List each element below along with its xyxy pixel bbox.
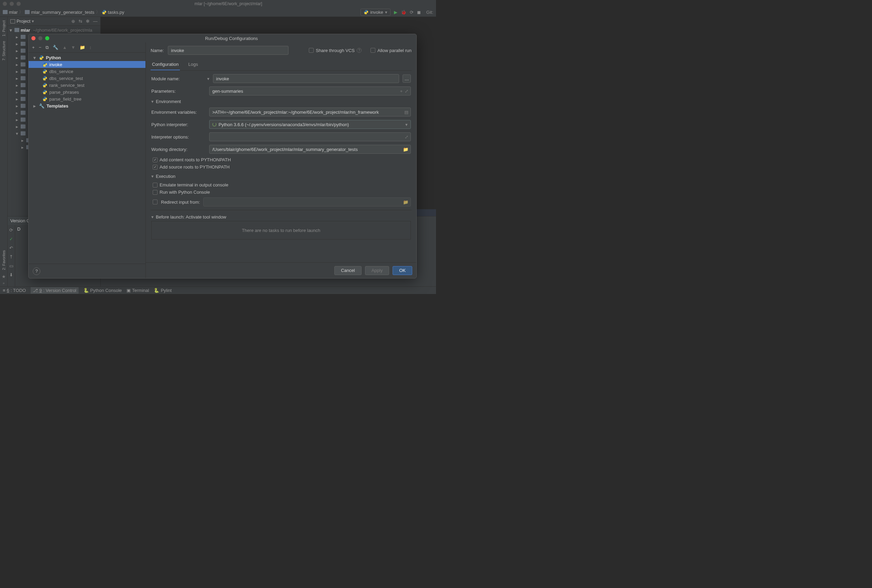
before-launch-label[interactable]: Before launch: Activate tool window — [156, 214, 226, 219]
browse-button[interactable]: … — [403, 75, 411, 83]
source-roots-checkbox[interactable] — [153, 165, 157, 170]
run-button[interactable]: ▶ — [394, 10, 397, 15]
pylint-tool[interactable]: 🐍 Pylint — [154, 288, 172, 293]
pyconsole-label: Run with Python Console — [160, 190, 210, 195]
up-button[interactable]: ▲ — [62, 45, 67, 50]
minimize-button — [38, 36, 42, 40]
name-input[interactable] — [168, 46, 289, 55]
tree-item[interactable]: rank_service_test — [28, 82, 145, 88]
sort-button[interactable]: ↕ — [89, 45, 92, 50]
config-toolbar: + − ⧉ 🔧 ▲ ▼ 📁 ↕ — [28, 42, 145, 53]
redirect-input[interactable]: 📁 — [203, 198, 411, 207]
copy-button[interactable]: ⧉ — [45, 45, 49, 50]
vc-gutter: ⟳ ✓ ↶ ⤒ ▭ ⬇ — [7, 225, 15, 286]
add-icon[interactable]: + — [400, 88, 403, 94]
expand-icon[interactable]: ⇆ — [79, 19, 82, 24]
dialog-traffic — [31, 36, 49, 40]
source-roots-label: Add source roots to PYTHONPATH — [160, 164, 229, 170]
todo-tool[interactable]: ≡ 6: 6: TODOTODO — [3, 288, 26, 293]
refresh-icon[interactable]: ⟳ — [9, 227, 14, 232]
interpreter-select[interactable]: Python 3.6.6 (~/.pyenv/versions/anaconda… — [209, 120, 411, 129]
check-icon[interactable]: ✓ — [9, 236, 14, 242]
emulate-checkbox[interactable] — [153, 183, 157, 188]
debug-button[interactable]: 🐞 — [401, 10, 406, 15]
config-tree[interactable]: ▾Python invoke dbs_service dbs_service_t… — [28, 53, 145, 264]
breadcrumb-sep: 〉 — [19, 9, 24, 15]
breadcrumb-item[interactable]: mlar — [3, 10, 18, 15]
folder-icon — [3, 10, 7, 14]
parameters-input[interactable]: gen-summaries+⤢ — [209, 87, 411, 96]
emulate-label: Emulate terminal in output console — [160, 182, 228, 188]
folder-button[interactable]: 📁 — [79, 45, 85, 50]
wrench-icon[interactable]: 🔧 — [53, 45, 58, 50]
close-button[interactable] — [31, 36, 36, 40]
down-button[interactable]: ▼ — [71, 45, 75, 50]
ok-button[interactable]: OK — [393, 266, 412, 275]
parallel-checkbox[interactable] — [370, 48, 375, 53]
folder-icon[interactable]: 📁 — [403, 147, 408, 152]
gear-icon[interactable]: ✻ — [86, 19, 90, 24]
tree-item[interactable]: dbs_service — [28, 68, 145, 75]
list-icon[interactable]: ▤ — [404, 110, 408, 115]
tree-group-templates[interactable]: ▸🔧Templates — [28, 102, 145, 109]
structure-tab[interactable]: 7: Structure — [1, 39, 6, 63]
envvars-input[interactable]: >ATH=~/ghome/6E/work_project/mlar:~/ghom… — [209, 108, 411, 117]
content-roots-checkbox[interactable] — [153, 158, 157, 162]
chevron-down-icon: ▾ — [405, 122, 408, 127]
remove-button[interactable]: − — [39, 45, 42, 50]
hide-icon[interactable]: — — [93, 19, 97, 24]
module-input[interactable] — [213, 74, 399, 83]
interp-options-input[interactable]: ⤢ — [209, 132, 411, 141]
workdir-input[interactable]: /Users/blair/ghome/6E/work_project/mlar/… — [209, 145, 411, 154]
breadcrumb-file[interactable]: tasks.py — [102, 10, 124, 15]
exec-section-label[interactable]: Execution — [156, 174, 175, 179]
favorites-tab[interactable]: 2: Favorites — [1, 248, 6, 272]
undo-icon[interactable]: ↶ — [9, 245, 14, 250]
interp-options-label: Interpreter options: — [151, 134, 206, 140]
close-dot[interactable] — [3, 2, 7, 6]
tree-item[interactable]: parse_phrases — [28, 88, 145, 96]
book-icon[interactable]: ▭ — [9, 263, 14, 268]
folder-icon — [25, 10, 30, 14]
tree-item-invoke[interactable]: invoke — [28, 61, 145, 68]
folder-icon[interactable]: 📁 — [403, 200, 408, 205]
redirect-checkbox[interactable] — [153, 200, 157, 204]
add-button[interactable]: + — [32, 45, 35, 50]
tree-item[interactable]: parse_field_tree — [28, 96, 145, 102]
project-tab[interactable]: 1: Project — [1, 18, 6, 38]
vcs-tool[interactable]: ⎇ 9: Version Control — [31, 287, 78, 294]
tree-item[interactable]: dbs_service_test — [28, 75, 145, 82]
project-panel-title[interactable]: Project ▾ — [10, 19, 69, 24]
apply-button[interactable]: Apply — [365, 266, 390, 275]
share-label: Share through VCS — [316, 48, 355, 53]
locate-icon[interactable]: ⊕ — [71, 19, 75, 24]
before-launch-list[interactable]: There are no tasks to run before launch — [151, 221, 411, 240]
zoom-dot[interactable] — [16, 2, 21, 6]
chevron-down-icon[interactable]: ▾ — [207, 76, 210, 81]
run-config-selector[interactable]: invoke ▾ — [361, 9, 391, 16]
env-section-label[interactable]: Environment — [156, 99, 181, 104]
zoom-button[interactable] — [45, 36, 49, 40]
tab-configuration[interactable]: Configuration — [151, 60, 180, 70]
tab-logs[interactable]: Logs — [187, 60, 199, 70]
help-button[interactable]: ? — [33, 267, 40, 275]
python-console-tool[interactable]: 🐍 Python Console — [83, 288, 122, 293]
breadcrumb-sep: 〉 — [96, 9, 100, 15]
shelf-icon[interactable]: ⤒ — [9, 254, 14, 260]
coverage-button[interactable]: ⟳ — [410, 10, 414, 15]
cancel-button[interactable]: Cancel — [334, 266, 361, 275]
terminal-tool[interactable]: ▣ Terminal — [126, 288, 149, 293]
more-icon[interactable]: » — [3, 281, 5, 285]
tree-group-python[interactable]: ▾Python — [28, 54, 145, 61]
breadcrumb-item[interactable]: mlar_summary_generator_tests — [25, 10, 94, 15]
minimize-dot[interactable] — [10, 2, 14, 6]
expand-icon[interactable]: ⤢ — [405, 88, 408, 94]
window-titlebar: mlar [~/ghome/6E/work_project/mlar] — [0, 0, 436, 8]
info-icon[interactable]: ? — [357, 48, 361, 53]
download-icon[interactable]: ⬇ — [9, 272, 14, 278]
share-checkbox[interactable] — [309, 48, 314, 53]
expand-icon[interactable]: ⤢ — [405, 134, 408, 140]
stop-button[interactable]: ◼ — [417, 10, 421, 15]
pyconsole-checkbox[interactable] — [153, 190, 157, 195]
run-config-label: invoke — [370, 10, 383, 15]
